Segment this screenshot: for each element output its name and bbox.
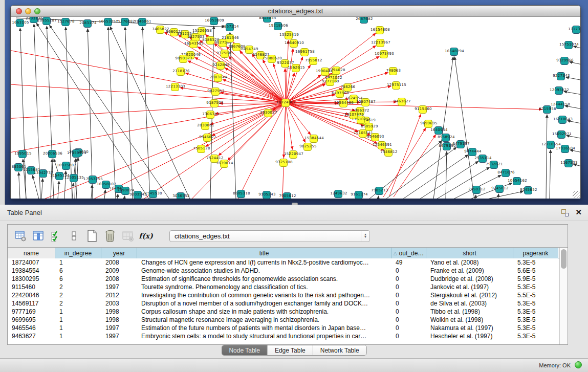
function-builder-button[interactable]: f(x) xyxy=(139,229,153,243)
graph-node[interactable]: 9146821 xyxy=(256,51,265,59)
graph-node[interactable]: 3036554 xyxy=(177,192,185,199)
graph-node[interactable]: 2687682 xyxy=(360,17,368,24)
table-row[interactable]: 911546021997Tourette syndrome. Phenomeno… xyxy=(8,283,559,291)
graph-node[interactable]: 16543592 xyxy=(189,40,198,48)
graph-node[interactable]: 7905612 xyxy=(283,192,291,199)
graph-node[interactable]: 9245012 xyxy=(495,185,504,193)
graph-node[interactable]: 7846061 xyxy=(138,18,146,26)
graph-node[interactable]: 1527678 xyxy=(61,18,70,26)
graph-node[interactable]: 2930027 xyxy=(264,109,272,117)
graph-node[interactable]: 9242848 xyxy=(216,61,225,70)
graph-node[interactable]: 1115681 xyxy=(27,166,35,174)
graph-node[interactable]: 1624554 xyxy=(350,95,358,103)
tab-network-table[interactable]: Network Table xyxy=(313,345,366,355)
graph-node[interactable]: 16958107 xyxy=(102,181,110,189)
window-titlebar[interactable]: citations_edges.txt xyxy=(11,6,580,17)
graph-node[interactable]: 9794028 xyxy=(332,67,340,75)
graph-node[interactable]: 12213303 xyxy=(171,83,179,91)
graph-node[interactable]: 12546391 xyxy=(378,141,386,149)
graph-node[interactable]: 8471676 xyxy=(502,169,510,177)
table-row[interactable]: 2242004622012Investigating the contribut… xyxy=(8,291,559,299)
graph-node[interactable]: 10973493 xyxy=(380,50,388,58)
graph-node[interactable]: 12975115 xyxy=(392,81,400,90)
graph-node[interactable]: 17016504 xyxy=(561,145,569,153)
graph-node[interactable]: 9827552 xyxy=(211,87,220,96)
graph-node[interactable]: 19904448 xyxy=(321,68,329,76)
graph-node[interactable]: 2393136 xyxy=(30,17,38,23)
table-row[interactable]: 946554611997Estimation of the future num… xyxy=(8,324,559,332)
table-row[interactable]: 969969511998Structural magnetic resonanc… xyxy=(8,316,559,324)
graph-node[interactable]: 15888520 xyxy=(268,55,276,63)
graph-node[interactable]: 12505135 xyxy=(70,174,78,182)
graph-node[interactable]: 9245652 xyxy=(524,186,532,194)
graph-node[interactable]: 16154808 xyxy=(376,26,384,34)
graph-node[interactable]: 8813054 xyxy=(263,17,271,23)
graph-node[interactable]: 9325108 xyxy=(279,159,288,167)
column-header-name[interactable]: name xyxy=(8,248,55,258)
column-header-in_degree[interactable]: in_degree xyxy=(55,248,101,258)
graph-node[interactable]: 13942737 xyxy=(39,169,47,178)
graph-node[interactable]: 2181546 xyxy=(226,34,234,42)
graph-node[interactable]: 7955812 xyxy=(309,57,317,65)
column-visibility-button[interactable] xyxy=(32,229,45,243)
graph-node[interactable]: 16548794 xyxy=(450,48,458,56)
graph-node[interactable]: 7857214 xyxy=(226,23,234,31)
column-header-pagerank[interactable]: pagerank xyxy=(513,248,558,258)
network-canvas[interactable]: 1872400774658229660128891235415226058982… xyxy=(11,17,580,199)
graph-node[interactable]: 9329966 xyxy=(560,57,569,65)
graph-node[interactable]: 9203545 xyxy=(134,191,142,199)
graph-node[interactable]: 885061 xyxy=(14,163,23,171)
graph-node[interactable]: 22420046 xyxy=(186,51,194,59)
graph-node[interactable]: 1117309 xyxy=(572,26,580,34)
graph-node[interactable]: 10553257 xyxy=(104,18,112,26)
network-window[interactable]: citations_edges.txt 18724007746582296601… xyxy=(10,5,581,199)
graph-node[interactable]: 9777169 xyxy=(326,78,334,86)
graph-node[interactable]: 13325419 xyxy=(285,31,293,39)
graph-node[interactable]: 2083174 xyxy=(83,19,92,28)
graph-node[interactable]: 8215958 xyxy=(543,105,551,114)
graph-node[interactable]: 1663105 xyxy=(16,19,24,27)
graph-node[interactable]: 2867608 xyxy=(232,43,241,51)
graph-node[interactable]: 9660128 xyxy=(170,28,178,36)
graph-node[interactable]: 7546812 xyxy=(384,148,393,157)
graph-node[interactable]: 2935114 xyxy=(478,155,487,163)
table-row[interactable]: 946362711997Embryonic stem cells: a mode… xyxy=(8,332,559,340)
graph-node[interactable]: 9187503 xyxy=(210,99,219,107)
graph-node[interactable]: 9115460 xyxy=(419,105,427,114)
graph-node[interactable]: 16053809 xyxy=(210,17,218,25)
column-header-out_de[interactable]: △out_de… xyxy=(391,248,426,258)
graph-node[interactable]: 20364486 xyxy=(339,99,347,107)
select-all-button[interactable] xyxy=(50,229,63,243)
graph-node[interactable]: 10975887 xyxy=(62,162,70,170)
graph-node[interactable]: 9322037 xyxy=(281,59,289,68)
column-header-year[interactable]: year xyxy=(101,248,137,258)
table-selector-dropdown[interactable]: citations_edges.txt ▲▼ xyxy=(169,230,370,242)
graph-node[interactable]: 12213967 xyxy=(376,39,384,47)
graph-node[interactable]: 7505128 xyxy=(197,145,205,153)
graph-node[interactable]: 8186328 xyxy=(206,36,214,45)
column-header-title[interactable]: title xyxy=(137,248,391,258)
graph-node[interactable]: 9161374 xyxy=(355,191,363,199)
graph-node[interactable]: 7932621 xyxy=(490,161,498,169)
table-row[interactable]: 977716911998Corpus callosum shape and si… xyxy=(8,308,559,316)
graph-node[interactable]: 12710554 xyxy=(547,141,555,149)
graph-node[interactable]: 7524412 xyxy=(210,155,219,163)
close-panel-icon[interactable]: ✕ xyxy=(575,208,582,217)
graph-node[interactable]: 17359924 xyxy=(72,149,80,158)
graph-node[interactable]: 6479197 xyxy=(456,140,465,148)
graph-node[interactable]: 9105243 xyxy=(263,191,271,199)
table-scrollbar[interactable] xyxy=(559,248,568,344)
graph-node[interactable]: 10654162 xyxy=(513,177,521,185)
graph-node[interactable]: 9699695 xyxy=(424,120,432,128)
graph-node[interactable]: 746266 xyxy=(343,83,352,92)
delete-trash-button[interactable] xyxy=(103,229,117,243)
graph-node[interactable]: 1995015 xyxy=(18,150,27,158)
graph-node[interactable]: 8958924 xyxy=(442,134,450,142)
table-row[interactable]: 1456911722003Disruption of a novel membe… xyxy=(8,299,559,308)
graph-node[interactable]: 15105541 xyxy=(359,129,367,138)
tab-edge-table[interactable]: Edge Table xyxy=(267,345,313,355)
graph-node[interactable]: 15384544 xyxy=(310,135,318,143)
graph-node[interactable]: 20206536 xyxy=(48,150,56,158)
graph-node[interactable]: 1640954 xyxy=(434,126,443,135)
graph-node[interactable]: 7690074 xyxy=(121,187,129,195)
